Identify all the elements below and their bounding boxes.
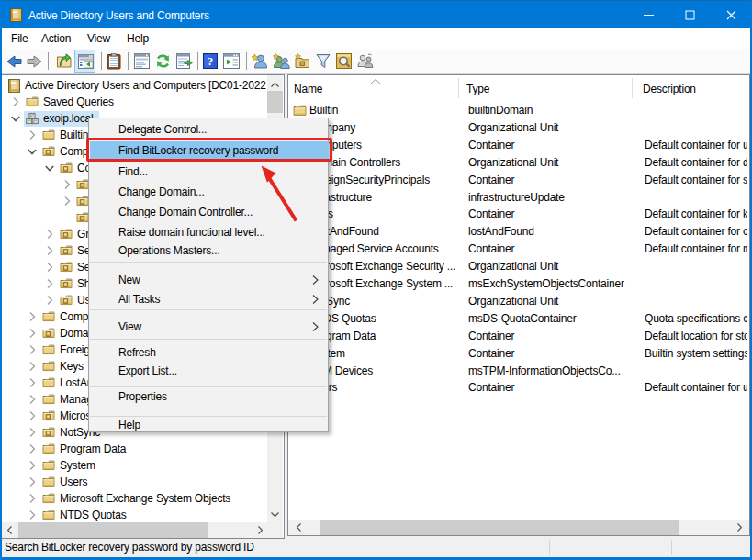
svg-text:?: ? — [208, 54, 213, 68]
